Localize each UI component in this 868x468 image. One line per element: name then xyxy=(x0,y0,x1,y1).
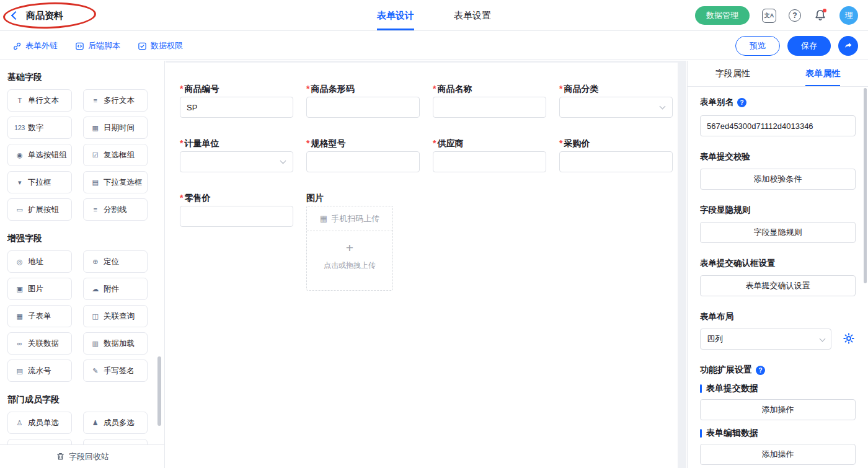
field-input[interactable] xyxy=(180,206,293,227)
field-type-icon: ▦ xyxy=(90,124,100,132)
help-icon[interactable]: ? xyxy=(737,98,746,107)
layout-settings-button[interactable] xyxy=(842,332,856,346)
field-label-text: 供应商 xyxy=(437,137,463,149)
field-supplier[interactable]: *供应商 xyxy=(433,137,546,172)
field-type-label: 单行文本 xyxy=(28,95,59,106)
field-type-attachment[interactable]: ☁ 附件 xyxy=(83,278,148,300)
share-button[interactable] xyxy=(838,36,858,56)
field-type-label: 下拉框 xyxy=(28,177,51,188)
field-retail-price[interactable]: *零售价 xyxy=(180,192,293,227)
form-external-link[interactable]: 表单外链 xyxy=(12,40,58,51)
drag-upload-label: 点击或拖拽上传 xyxy=(307,260,392,271)
plus-icon: + xyxy=(307,241,392,254)
field-library-sidebar: 基础字段 T 单行文本 ≡ 多行文本 123 数字 xyxy=(0,61,165,468)
form-alias-input[interactable] xyxy=(700,115,856,136)
field-type-subform[interactable]: ▦ 子表单 xyxy=(7,305,72,327)
back-chevron-icon[interactable] xyxy=(11,11,20,20)
properties-panel: 字段属性 表单属性 表单别名 ? 表单提交校验 添加校验条件 字段显隐规则 字段… xyxy=(687,61,868,468)
field-select[interactable] xyxy=(559,97,673,118)
translate-icon[interactable]: 文A xyxy=(762,9,776,23)
field-type-image[interactable]: ▣ 图片 xyxy=(7,278,72,300)
field-type-label: 流水号 xyxy=(28,366,51,376)
add-validation-button[interactable]: 添加校验条件 xyxy=(700,169,856,190)
field-input[interactable] xyxy=(306,97,420,118)
field-type-label: 关联查询 xyxy=(104,311,135,322)
scan-upload-button[interactable]: ▦ 手机扫码上传 xyxy=(307,206,392,231)
help-icon[interactable]: ? xyxy=(789,9,801,22)
field-purchase-price[interactable]: *采购价 xyxy=(559,137,673,172)
chevron-down-icon xyxy=(280,158,286,164)
form-external-link-label: 表单外链 xyxy=(25,40,58,51)
notification-bell-icon[interactable] xyxy=(813,9,827,22)
field-type-label: 手写签名 xyxy=(104,366,135,376)
field-visibility-rules-button[interactable]: 字段显隐规则 xyxy=(700,222,856,243)
required-marker: * xyxy=(559,82,562,95)
submit-confirm-settings-button[interactable]: 表单提交确认设置 xyxy=(700,275,856,296)
properties-scrollbar[interactable] xyxy=(864,88,867,283)
sidebar-scrollbar[interactable] xyxy=(157,356,161,426)
field-input[interactable] xyxy=(559,151,673,172)
field-type-icon: ▤ xyxy=(90,179,100,187)
field-type-address[interactable]: ◎ 地址 xyxy=(7,250,72,273)
field-unit[interactable]: *计量单位 xyxy=(180,137,293,172)
field-type-signature[interactable]: ✎ 手写签名 xyxy=(83,360,148,382)
field-type-label: 数据加载 xyxy=(104,338,135,349)
field-input[interactable] xyxy=(433,97,546,118)
backend-script-link[interactable]: 后端脚本 xyxy=(75,40,120,51)
field-product-category[interactable]: *商品分类 xyxy=(559,82,673,118)
avatar[interactable]: 理 xyxy=(839,6,858,25)
field-type-datetime[interactable]: ▦ 日期时间 xyxy=(83,117,148,139)
field-type-label: 附件 xyxy=(104,284,119,294)
add-operation-submit-button[interactable]: 添加操作 xyxy=(700,399,856,420)
edit-data-section-label: 表单编辑数据 xyxy=(700,428,856,439)
field-type-multi-line-text[interactable]: ≡ 多行文本 xyxy=(83,89,148,112)
field-label-text: 商品编号 xyxy=(184,82,219,95)
save-button[interactable]: 保存 xyxy=(787,36,831,56)
edit-data-section-text: 表单编辑数据 xyxy=(706,428,758,439)
field-type-divider[interactable]: ≡ 分割线 xyxy=(83,198,148,221)
field-type-checkbox-group[interactable]: ☑ 复选框组 xyxy=(83,144,148,166)
field-type-number[interactable]: 123 数字 xyxy=(7,117,72,139)
field-type-single-line-text[interactable]: T 单行文本 xyxy=(7,89,72,112)
help-icon[interactable]: ? xyxy=(756,366,765,375)
field-type-multi-select[interactable]: ▤ 下拉复选框 xyxy=(83,171,148,193)
data-permission-link[interactable]: 数据权限 xyxy=(138,40,183,51)
field-spec-model[interactable]: *规格型号 xyxy=(306,137,420,172)
field-type-member-single[interactable]: ♙ 成员单选 xyxy=(7,412,72,434)
tab-field-properties[interactable]: 字段属性 xyxy=(688,61,778,86)
permission-icon xyxy=(138,42,147,51)
form-designer-app: 商品资料 表单设计 表单设置 数据管理 文A ? 理 xyxy=(0,0,868,468)
field-input[interactable] xyxy=(433,151,546,172)
field-input[interactable] xyxy=(180,97,293,118)
field-type-extend-button[interactable]: ▭ 扩展按钮 xyxy=(7,198,72,221)
field-input[interactable] xyxy=(306,151,420,172)
form-layout-select[interactable]: 四列 xyxy=(700,329,831,350)
data-manage-button[interactable]: 数据管理 xyxy=(695,6,750,25)
field-type-location[interactable]: ⊕ 定位 xyxy=(83,250,148,273)
add-operation-edit-button[interactable]: 添加操作 xyxy=(700,444,856,465)
field-type-icon: ◉ xyxy=(14,151,25,159)
field-type-grid-members: ♙ 成员单选 ♟ 成员多选 xyxy=(7,412,157,434)
field-type-serial-number[interactable]: ▤ 流水号 xyxy=(7,360,72,382)
field-recycle-bin[interactable]: 字段回收站 xyxy=(0,444,165,468)
field-type-radio-group[interactable]: ◉ 单选按钮组 xyxy=(7,144,72,166)
field-type-linked-data[interactable]: ∞ 关联数据 xyxy=(7,332,72,355)
field-product-code[interactable]: *商品编号 xyxy=(180,82,293,118)
field-product-name[interactable]: *商品名称 xyxy=(433,82,546,118)
field-type-linked-query[interactable]: ◫ 关联查询 xyxy=(83,305,148,327)
field-type-icon: ▦ xyxy=(14,312,25,320)
field-type-icon: ≡ xyxy=(90,206,100,213)
tab-form-properties[interactable]: 表单属性 xyxy=(778,61,868,86)
tab-form-settings[interactable]: 表单设置 xyxy=(454,0,491,31)
field-image-upload[interactable]: 图片 ▦ 手机扫码上传 + 点击或拖拽上传 xyxy=(306,192,420,291)
field-select[interactable] xyxy=(180,151,293,172)
drag-upload-zone[interactable]: + 点击或拖拽上传 xyxy=(307,231,392,290)
field-product-barcode[interactable]: *商品条形码 xyxy=(306,82,420,118)
field-type-member-multi[interactable]: ♟ 成员多选 xyxy=(83,412,148,434)
field-type-select[interactable]: ▾ 下拉框 xyxy=(7,171,72,193)
tab-form-design[interactable]: 表单设计 xyxy=(377,0,414,31)
field-label: *商品分类 xyxy=(559,82,673,95)
field-type-data-load[interactable]: ▥ 数据加载 xyxy=(83,332,148,355)
preview-button[interactable]: 预览 xyxy=(735,36,780,56)
field-type-label: 分割线 xyxy=(104,205,127,215)
